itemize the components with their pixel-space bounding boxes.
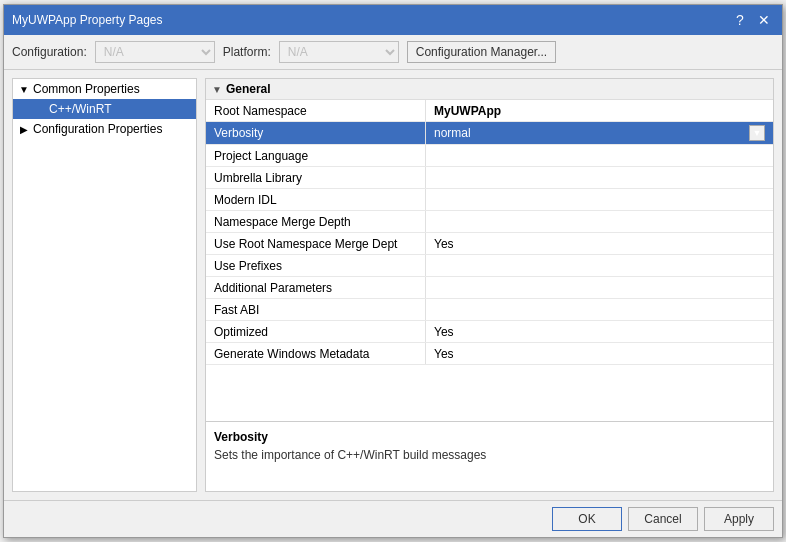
property-name-namespace-merge-depth: Namespace Merge Depth — [206, 211, 426, 232]
property-row-root-namespace[interactable]: Root Namespace MyUWPApp — [206, 100, 773, 122]
property-value-use-prefixes — [426, 255, 773, 276]
verbosity-value-text: normal — [434, 126, 471, 140]
cancel-button[interactable]: Cancel — [628, 507, 698, 531]
help-button[interactable]: ? — [730, 11, 750, 29]
property-name-root-namespace: Root Namespace — [206, 100, 426, 121]
property-name-project-language: Project Language — [206, 145, 426, 166]
description-text: Sets the importance of C++/WinRT build m… — [214, 448, 765, 462]
close-button[interactable]: ✕ — [754, 11, 774, 29]
dialog-title: MyUWPApp Property Pages — [12, 13, 163, 27]
property-value-root-namespace: MyUWPApp — [426, 100, 773, 121]
configuration-select[interactable]: N/A — [95, 41, 215, 63]
property-value-namespace-merge-depth — [426, 211, 773, 232]
section-header-general: ▼ General — [206, 79, 773, 100]
property-row-use-root-namespace[interactable]: Use Root Namespace Merge Dept Yes — [206, 233, 773, 255]
property-value-fast-abi — [426, 299, 773, 320]
property-name-umbrella-library: Umbrella Library — [206, 167, 426, 188]
property-name-fast-abi: Fast ABI — [206, 299, 426, 320]
config-label: Configuration: — [12, 45, 87, 59]
toolbar: Configuration: N/A Platform: N/A Configu… — [4, 35, 782, 70]
sidebar-label-config: Configuration Properties — [33, 122, 162, 136]
property-row-project-language[interactable]: Project Language — [206, 145, 773, 167]
property-name-additional-params: Additional Parameters — [206, 277, 426, 298]
property-row-modern-idl[interactable]: Modern IDL — [206, 189, 773, 211]
sidebar-label-cpp-winrt: C++/WinRT — [49, 102, 111, 116]
property-value-verbosity: normal ▼ — [426, 122, 773, 144]
property-name-generate-windows-metadata: Generate Windows Metadata — [206, 343, 426, 364]
collapse-arrow-config: ▶ — [17, 124, 31, 135]
property-grid: ▼ General Root Namespace MyUWPApp Verbos… — [206, 79, 773, 421]
sidebar-item-cpp-winrt[interactable]: C++/WinRT — [13, 99, 196, 119]
section-collapse-arrow: ▼ — [212, 84, 222, 95]
footer: OK Cancel Apply — [4, 500, 782, 537]
description-title: Verbosity — [214, 430, 765, 444]
property-value-project-language — [426, 145, 773, 166]
property-value-optimized: Yes — [426, 321, 773, 342]
sidebar-item-config-properties[interactable]: ▶ Configuration Properties — [13, 119, 196, 139]
property-value-generate-windows-metadata: Yes — [426, 343, 773, 364]
property-row-optimized[interactable]: Optimized Yes — [206, 321, 773, 343]
apply-button[interactable]: Apply — [704, 507, 774, 531]
main-content: ▼ Common Properties C++/WinRT ▶ Configur… — [4, 70, 782, 500]
section-title: General — [226, 82, 271, 96]
property-value-umbrella-library — [426, 167, 773, 188]
property-row-namespace-merge-depth[interactable]: Namespace Merge Depth — [206, 211, 773, 233]
property-name-use-prefixes: Use Prefixes — [206, 255, 426, 276]
ok-button[interactable]: OK — [552, 507, 622, 531]
property-value-use-root-namespace: Yes — [426, 233, 773, 254]
property-row-verbosity[interactable]: Verbosity normal ▼ — [206, 122, 773, 145]
property-name-verbosity: Verbosity — [206, 122, 426, 144]
sidebar-label-common: Common Properties — [33, 82, 140, 96]
sidebar: ▼ Common Properties C++/WinRT ▶ Configur… — [12, 78, 197, 492]
sidebar-item-common-properties[interactable]: ▼ Common Properties — [13, 79, 196, 99]
property-row-generate-windows-metadata[interactable]: Generate Windows Metadata Yes — [206, 343, 773, 365]
property-name-modern-idl: Modern IDL — [206, 189, 426, 210]
property-value-modern-idl — [426, 189, 773, 210]
property-row-umbrella-library[interactable]: Umbrella Library — [206, 167, 773, 189]
property-value-additional-params — [426, 277, 773, 298]
verbosity-dropdown-arrow[interactable]: ▼ — [749, 125, 765, 141]
property-name-optimized: Optimized — [206, 321, 426, 342]
property-row-additional-params[interactable]: Additional Parameters — [206, 277, 773, 299]
collapse-arrow-common: ▼ — [17, 84, 31, 95]
property-name-use-root-namespace: Use Root Namespace Merge Dept — [206, 233, 426, 254]
title-bar: MyUWPApp Property Pages ? ✕ — [4, 5, 782, 35]
description-panel: Verbosity Sets the importance of C++/Win… — [206, 421, 773, 491]
platform-label: Platform: — [223, 45, 271, 59]
property-panel: ▼ General Root Namespace MyUWPApp Verbos… — [205, 78, 774, 492]
property-row-use-prefixes[interactable]: Use Prefixes — [206, 255, 773, 277]
property-row-fast-abi[interactable]: Fast ABI — [206, 299, 773, 321]
dialog: MyUWPApp Property Pages ? ✕ Configuratio… — [3, 4, 783, 538]
title-bar-buttons: ? ✕ — [730, 11, 774, 29]
platform-select[interactable]: N/A — [279, 41, 399, 63]
config-manager-button[interactable]: Configuration Manager... — [407, 41, 556, 63]
